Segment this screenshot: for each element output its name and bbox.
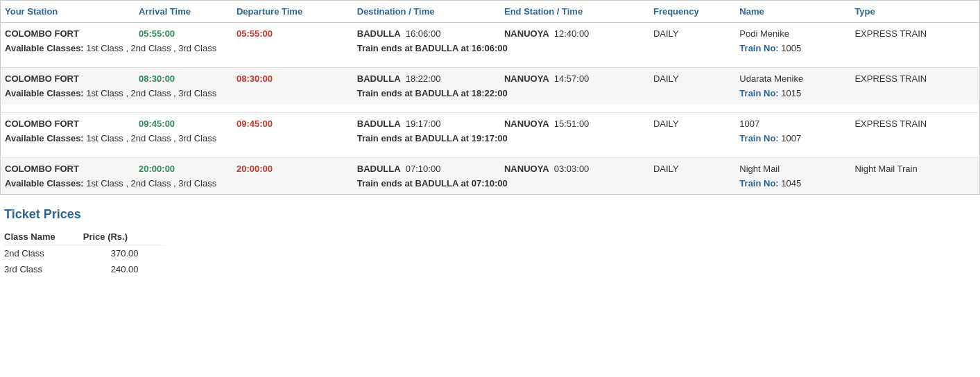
station-name: COLOMBO FORT bbox=[1, 23, 135, 42]
destination-info: BADULLA 16:06:00 bbox=[353, 23, 500, 42]
departure-time: 20:00:00 bbox=[232, 158, 353, 177]
destination-info: BADULLA 18:22:00 bbox=[353, 68, 500, 87]
arrival-time: 09:45:00 bbox=[135, 113, 232, 132]
arrival-time: 20:00:00 bbox=[135, 158, 232, 177]
departure-time: 05:55:00 bbox=[232, 23, 353, 42]
train-name: Podi Menike bbox=[735, 23, 850, 42]
empty-cell bbox=[649, 42, 735, 59]
ticket-class-name: 3rd Class bbox=[4, 261, 83, 277]
list-item: Available Classes: 1st Class , 2nd Class… bbox=[1, 132, 980, 149]
table-row: COLOMBO FORT 09:45:00 09:45:00 BADULLA 1… bbox=[1, 113, 980, 132]
ticket-col-price: Price (Rs.) bbox=[83, 229, 166, 245]
table-row: COLOMBO FORT 08:30:00 08:30:00 BADULLA 1… bbox=[1, 68, 980, 87]
train-type: EXPRESS TRAIN bbox=[850, 113, 979, 132]
ticket-price: 370.00 bbox=[83, 245, 166, 262]
empty-cell bbox=[649, 132, 735, 149]
train-no: Train No: 1007 bbox=[735, 132, 979, 149]
list-item: Available Classes: 1st Class , 2nd Class… bbox=[1, 177, 980, 195]
list-item: Available Classes: 1st Class , 2nd Class… bbox=[1, 42, 980, 59]
departure-time: 08:30:00 bbox=[232, 68, 353, 87]
train-ends-info: Train ends at BADULLA at 07:10:00 bbox=[353, 177, 649, 195]
frequency: DAILY bbox=[649, 68, 735, 87]
col-departure-time: Departure Time bbox=[232, 1, 353, 23]
col-destination-time: Destination / Time bbox=[353, 1, 500, 23]
ticket-class-name: 2nd Class bbox=[4, 245, 83, 262]
train-type: EXPRESS TRAIN bbox=[850, 68, 979, 87]
col-type: Type bbox=[850, 1, 979, 23]
train-no: Train No: 1015 bbox=[735, 87, 979, 104]
end-station-info: NANUOYA 14:57:00 bbox=[500, 68, 649, 87]
end-station-info: NANUOYA 15:51:00 bbox=[500, 113, 649, 132]
arrival-time: 08:30:00 bbox=[135, 68, 232, 87]
table-row: COLOMBO FORT 05:55:00 05:55:00 BADULLA 1… bbox=[1, 23, 980, 42]
list-item: Available Classes: 1st Class , 2nd Class… bbox=[1, 87, 980, 104]
col-your-station: Your Station bbox=[1, 1, 135, 23]
ticket-table: Class Name Price (Rs.) 2nd Class 370.00 … bbox=[4, 229, 166, 277]
train-no: Train No: 1005 bbox=[735, 42, 979, 59]
end-station-info: NANUOYA 12:40:00 bbox=[500, 23, 649, 42]
available-classes: Available Classes: 1st Class , 2nd Class… bbox=[1, 177, 353, 195]
frequency: DAILY bbox=[649, 23, 735, 42]
train-name: 1007 bbox=[735, 113, 850, 132]
departure-time: 09:45:00 bbox=[232, 113, 353, 132]
train-type: Night Mail Train bbox=[850, 158, 979, 177]
train-ends-info: Train ends at BADULLA at 18:22:00 bbox=[353, 87, 649, 104]
station-name: COLOMBO FORT bbox=[1, 68, 135, 87]
table-row: COLOMBO FORT 20:00:00 20:00:00 BADULLA 0… bbox=[1, 158, 980, 177]
train-ends-info: Train ends at BADULLA at 19:17:00 bbox=[353, 132, 649, 149]
available-classes: Available Classes: 1st Class , 2nd Class… bbox=[1, 42, 353, 59]
spacer-row bbox=[1, 104, 980, 113]
available-classes: Available Classes: 1st Class , 2nd Class… bbox=[1, 132, 353, 149]
station-name: COLOMBO FORT bbox=[1, 158, 135, 177]
train-name: Night Mail bbox=[735, 158, 850, 177]
frequency: DAILY bbox=[649, 113, 735, 132]
arrival-time: 05:55:00 bbox=[135, 23, 232, 42]
spacer-row bbox=[1, 149, 980, 158]
ticket-col-class: Class Name bbox=[4, 229, 83, 245]
destination-info: BADULLA 19:17:00 bbox=[353, 113, 500, 132]
end-station-info: NANUOYA 03:03:00 bbox=[500, 158, 649, 177]
ticket-prices-title: Ticket Prices bbox=[4, 207, 976, 222]
available-classes: Available Classes: 1st Class , 2nd Class… bbox=[1, 87, 353, 104]
col-frequency: Frequency bbox=[649, 1, 735, 23]
schedule-table: Your Station Arrival Time Departure Time… bbox=[0, 0, 980, 195]
empty-cell bbox=[649, 87, 735, 104]
col-name: Name bbox=[735, 1, 850, 23]
ticket-row: 3rd Class 240.00 bbox=[4, 261, 166, 277]
ticket-prices-section: Ticket Prices Class Name Price (Rs.) 2nd… bbox=[0, 195, 980, 284]
spacer-row bbox=[1, 59, 980, 68]
train-no: Train No: 1045 bbox=[735, 177, 979, 195]
train-type: EXPRESS TRAIN bbox=[850, 23, 979, 42]
train-name: Udarata Menike bbox=[735, 68, 850, 87]
destination-info: BADULLA 07:10:00 bbox=[353, 158, 500, 177]
station-name: COLOMBO FORT bbox=[1, 113, 135, 132]
col-end-station-time: End Station / Time bbox=[500, 1, 649, 23]
frequency: DAILY bbox=[649, 158, 735, 177]
empty-cell bbox=[649, 177, 735, 195]
col-arrival-time: Arrival Time bbox=[135, 1, 232, 23]
ticket-price: 240.00 bbox=[83, 261, 166, 277]
ticket-row: 2nd Class 370.00 bbox=[4, 245, 166, 262]
train-ends-info: Train ends at BADULLA at 16:06:00 bbox=[353, 42, 649, 59]
